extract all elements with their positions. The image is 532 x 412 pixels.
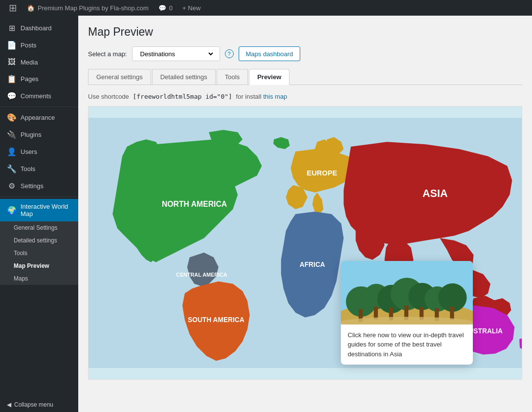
main-content: Map Preview Select a map: Destinations ?… bbox=[78, 16, 532, 412]
tab-tools[interactable]: Tools bbox=[217, 69, 248, 85]
tooltip-img-overlay bbox=[341, 261, 473, 325]
tooltip-body: Click here now to view our in-depth trav… bbox=[341, 325, 473, 365]
site-name: Premium Map Plugins by Fla-shop.com bbox=[38, 4, 149, 12]
appearance-icon: 🎨 bbox=[7, 113, 17, 122]
central-america-label: CENTRAL AMERICA bbox=[176, 272, 227, 278]
sidebar-item-interactive-world-map[interactable]: 🌍 Interactive World Map bbox=[0, 199, 78, 221]
south-america-label: SOUTH AMERICA bbox=[188, 316, 244, 324]
world-map-icon: 🌍 bbox=[7, 206, 17, 215]
sidebar-main-menu: ⊞ Dashboard 📄 Posts 🖼 Media 📋 Pages 💬 Co… bbox=[0, 16, 78, 289]
sidebar-item-label: Pages bbox=[21, 75, 39, 83]
media-icon: 🖼 bbox=[7, 58, 17, 66]
sidebar-item-label: Dashboard bbox=[21, 24, 52, 32]
new-label: + New bbox=[182, 4, 200, 12]
sidebar-item-plugins[interactable]: 🔌 Plugins bbox=[0, 126, 78, 143]
asia-label: ASIA bbox=[422, 187, 448, 199]
submenu-maps[interactable]: Maps bbox=[0, 272, 78, 285]
map-select-input[interactable]: Destinations bbox=[136, 50, 215, 58]
sidebar-item-label: Comments bbox=[21, 92, 51, 100]
sidebar-item-settings[interactable]: ⚙ Settings bbox=[0, 177, 78, 195]
tooltip-text: Click here now to view our in-depth trav… bbox=[348, 330, 466, 359]
tooltip-image bbox=[341, 261, 473, 325]
wp-logo-icon: ⊞ bbox=[9, 2, 17, 14]
collapse-label: Collapse menu bbox=[14, 401, 53, 408]
collapse-icon: ◀ bbox=[7, 401, 11, 408]
sidebar-item-label: Posts bbox=[21, 42, 37, 49]
admin-bar: ⊞ 🏠 Premium Map Plugins by Fla-shop.com … bbox=[0, 0, 532, 16]
pages-icon: 📋 bbox=[7, 74, 17, 84]
sidebar-item-label: Plugins bbox=[21, 131, 42, 138]
settings-icon: ⚙ bbox=[7, 181, 17, 191]
posts-icon: 📄 bbox=[7, 41, 17, 50]
map-tooltip[interactable]: Click here now to view our in-depth trav… bbox=[341, 261, 473, 365]
map-container: NORTH AMERICA CENTRAL AMERICA SOUTH AMER… bbox=[88, 106, 522, 380]
users-icon: 👤 bbox=[7, 147, 17, 156]
sidebar-item-pages[interactable]: 📋 Pages bbox=[0, 70, 78, 87]
africa-label: AFRICA bbox=[300, 261, 325, 268]
submenu-general-settings[interactable]: General Settings bbox=[0, 221, 78, 234]
sidebar-item-label: Tools bbox=[21, 165, 35, 173]
sidebar-item-comments[interactable]: 💬 Comments bbox=[0, 87, 78, 105]
tools-icon: 🔧 bbox=[7, 164, 17, 173]
tab-preview[interactable]: Preview bbox=[249, 69, 289, 85]
sidebar-item-appearance[interactable]: 🎨 Appearance bbox=[0, 109, 78, 126]
wp-logo-item[interactable]: ⊞ bbox=[4, 0, 22, 16]
comments-item[interactable]: 💬 0 bbox=[154, 0, 177, 16]
home-icon: 🏠 bbox=[27, 4, 35, 12]
select-map-row: Select a map: Destinations ? Maps dashbo… bbox=[88, 46, 522, 61]
world-map-submenu: General Settings Detailed settings Tools… bbox=[0, 221, 78, 285]
new-item[interactable]: + New bbox=[177, 0, 205, 16]
page-title: Map Preview bbox=[88, 25, 522, 39]
sidebar-item-tools[interactable]: 🔧 Tools bbox=[0, 160, 78, 177]
map-select-wrapper[interactable]: Destinations bbox=[132, 46, 220, 61]
shortcode-code: [freeworldhtml5map id="0"] bbox=[131, 92, 234, 101]
plugins-icon: 🔌 bbox=[7, 130, 17, 139]
comments-icon: 💬 bbox=[158, 4, 166, 12]
sidebar-item-media[interactable]: 🖼 Media bbox=[0, 54, 78, 70]
this-map-link[interactable]: this map bbox=[263, 93, 287, 100]
collapse-menu-button[interactable]: ◀ Collapse menu bbox=[0, 397, 78, 412]
dashboard-icon: ⊞ bbox=[7, 23, 17, 33]
europe-label: EUROPE bbox=[307, 169, 337, 177]
comments-icon: 💬 bbox=[7, 91, 17, 101]
help-badge[interactable]: ? bbox=[225, 49, 234, 58]
submenu-tools[interactable]: Tools bbox=[0, 247, 78, 260]
comments-count: 0 bbox=[169, 4, 173, 12]
submenu-detailed-settings[interactable]: Detailed settings bbox=[0, 234, 78, 247]
tabs-row: General settings Detailed settings Tools… bbox=[88, 69, 522, 85]
sidebar-item-label: Settings bbox=[21, 182, 44, 190]
sidebar-item-label: Users bbox=[21, 148, 37, 155]
sidebar: ⊞ Dashboard 📄 Posts 🖼 Media 📋 Pages 💬 Co… bbox=[0, 16, 78, 412]
sidebar-item-label: Appearance bbox=[21, 114, 55, 121]
site-name-item[interactable]: 🏠 Premium Map Plugins by Fla-shop.com bbox=[22, 0, 154, 16]
north-america-label: NORTH AMERICA bbox=[162, 200, 227, 208]
tab-detailed-settings[interactable]: Detailed settings bbox=[152, 69, 216, 85]
sidebar-item-users[interactable]: 👤 Users bbox=[0, 143, 78, 160]
sidebar-item-label: Interactive World Map bbox=[21, 203, 71, 217]
sidebar-item-label: Media bbox=[21, 59, 38, 66]
select-map-label: Select a map: bbox=[88, 50, 127, 58]
shortcode-notice: Use shortcode [freeworldhtml5map id="0"]… bbox=[88, 93, 522, 100]
submenu-map-preview[interactable]: Map Preview bbox=[0, 260, 78, 272]
shortcode-prefix: Use shortcode bbox=[88, 93, 131, 100]
maps-dashboard-button[interactable]: Maps dashboard bbox=[239, 46, 301, 61]
sidebar-item-posts[interactable]: 📄 Posts bbox=[0, 37, 78, 54]
sidebar-item-dashboard[interactable]: ⊞ Dashboard bbox=[0, 20, 78, 37]
tab-general-settings[interactable]: General settings bbox=[88, 69, 151, 85]
shortcode-suffix: for install bbox=[234, 93, 263, 100]
